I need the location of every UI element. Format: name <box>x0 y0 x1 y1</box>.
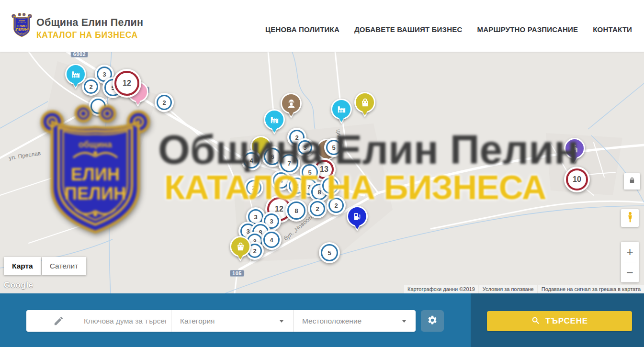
cluster-marker[interactable]: 2 <box>327 196 346 215</box>
factory-icon <box>336 104 347 115</box>
page: община ЕЛИН ПЕЛИН Община Елин Пелин КАТА… <box>0 0 644 347</box>
cluster-marker[interactable]: 2 <box>244 178 263 197</box>
header: община ЕЛИН ПЕЛИН Община Елин Пелин КАТА… <box>0 0 644 52</box>
svg-text:ПЕЛИН: ПЕЛИН <box>16 28 28 31</box>
category-select-label: Категория <box>171 317 215 325</box>
cluster-marker[interactable] <box>89 97 108 116</box>
map-type-control: КартаСателит <box>4 257 87 275</box>
cluster-marker[interactable]: 4 <box>261 230 282 250</box>
attribution-link[interactable]: Условия за ползване <box>479 285 537 293</box>
factory-icon <box>269 114 280 125</box>
map-type-button[interactable]: Карта <box>4 257 41 275</box>
road-label: 6002 <box>71 52 88 57</box>
category-select[interactable]: Категория <box>171 310 293 332</box>
map-canvas[interactable]: 6002105 ул. Преславбул. „Новоселции 3251… <box>0 52 644 293</box>
church-pin[interactable] <box>564 138 585 159</box>
search-bar: Категория Местоположение ТЪРСЕНЕ <box>0 293 644 347</box>
zoom-out-button[interactable]: − <box>621 262 639 282</box>
google-logo[interactable]: Google <box>4 280 34 290</box>
municipality-crest-logo[interactable]: община ЕЛИН ПЕЛИН <box>11 12 32 39</box>
lock-button[interactable] <box>624 173 640 190</box>
map-attribution: Картографски данни ©2019Условия за ползв… <box>404 285 644 293</box>
bag-icon <box>235 241 246 252</box>
search-button[interactable]: ТЪРСЕНЕ <box>487 311 632 331</box>
svg-text:община: община <box>19 20 25 22</box>
bag-icon <box>360 97 371 108</box>
cluster-marker[interactable]: 3 <box>296 138 314 157</box>
worker-pin[interactable] <box>281 93 302 114</box>
fuel-pin[interactable] <box>347 206 368 227</box>
nav-item[interactable]: ДОБАВЕТЕ ВАШИЯТ БИЗНЕС <box>354 25 462 34</box>
zoom-control: + − <box>621 242 639 282</box>
pegman-icon <box>624 211 636 225</box>
attribution-link[interactable]: Подаване на сигнал за грешка в картата <box>538 285 644 293</box>
cluster-marker[interactable]: 5 <box>319 242 340 263</box>
settings-button[interactable] <box>421 310 444 332</box>
site-title-block: Община Елин Пелин КАТАЛОГ НА БИЗНЕСА <box>36 17 143 40</box>
cluster-marker[interactable]: 8 <box>285 200 307 222</box>
road-label: 105 <box>230 270 244 277</box>
keyword-field <box>26 310 171 332</box>
factory-pin[interactable] <box>331 99 352 120</box>
map-type-button[interactable]: Сателит <box>42 257 86 275</box>
location-select-label: Местоположение <box>294 317 362 325</box>
svg-text:ЕЛИН: ЕЛИН <box>17 24 26 28</box>
cluster-marker[interactable]: 4 <box>241 150 261 170</box>
search-icon <box>531 316 540 326</box>
nav-item[interactable]: КОНТАКТИ <box>593 25 632 34</box>
site-title: Община Елин Пелин <box>36 17 143 29</box>
gear-icon <box>427 315 438 327</box>
keyword-input[interactable] <box>26 310 171 332</box>
nav-item[interactable]: ЦЕНОВА ПОЛИТИКА <box>265 25 339 34</box>
zoom-in-button[interactable]: + <box>621 242 639 262</box>
fuel-icon <box>352 211 363 222</box>
nav-item[interactable]: МАРШРУТНО РАЗПИСАНИЕ <box>477 25 578 34</box>
cluster-marker[interactable]: 12 <box>113 69 141 98</box>
chevron-down-icon <box>402 320 406 323</box>
pegman-button[interactable] <box>621 209 639 227</box>
attribution-text: Картографски данни ©2019 <box>404 285 478 293</box>
site-subtitle: КАТАЛОГ НА БИЗНЕСА <box>36 30 143 40</box>
search-fields: Категория Местоположение <box>26 310 416 332</box>
cluster-marker[interactable]: 4 <box>320 176 340 196</box>
cluster-marker[interactable]: 2 <box>308 199 327 218</box>
factory-icon <box>70 69 81 80</box>
cluster-marker[interactable]: 10 <box>564 167 590 192</box>
chevron-down-icon <box>280 320 283 323</box>
worker-icon <box>286 98 297 109</box>
location-select[interactable]: Местоположение <box>293 310 416 332</box>
factory-pin[interactable] <box>65 64 86 85</box>
main-nav: ЦЕНОВА ПОЛИТИКАДОБАВЕТЕ ВАШИЯТ БИЗНЕСМАР… <box>265 0 632 52</box>
shopping-pin[interactable] <box>354 92 375 113</box>
search-button-label: ТЪРСЕНЕ <box>545 316 588 326</box>
shopping-pin[interactable] <box>230 236 251 257</box>
church-icon <box>569 143 580 154</box>
lock-icon <box>627 176 637 187</box>
cluster-marker[interactable]: 2 <box>155 93 174 112</box>
cluster-marker[interactable]: 5 <box>324 138 343 157</box>
